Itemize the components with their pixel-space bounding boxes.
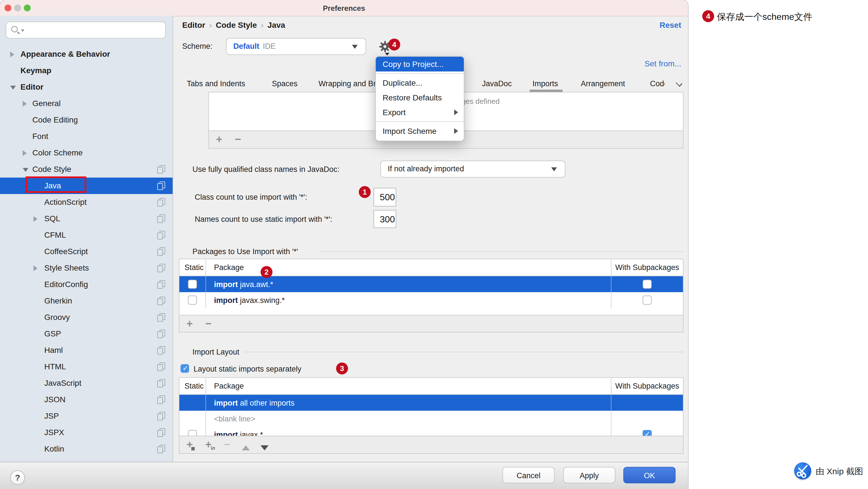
layout-static-imports-checkbox[interactable] [181,364,189,373]
more-tabs-chevron-icon[interactable] [676,80,683,85]
sidebar-item-editor[interactable]: Editor [0,78,173,95]
expand-triangle-icon[interactable] [33,216,37,222]
sidebar-item-json[interactable]: JSON [0,391,173,408]
toolbar-remove-disabled-icon[interactable]: − [221,436,233,453]
toolbar-add-blank-line-icon[interactable]: +\n [203,436,214,453]
window-title: Preferences [0,4,688,12]
sidebar-item-actionscript[interactable]: ActionScript [0,194,173,210]
help-button[interactable]: ? [10,470,25,485]
toolbar-add-package-icon[interactable]: + [184,436,195,453]
sidebar-item-haml[interactable]: Haml [0,342,173,358]
toolbar-add-icon[interactable]: + [213,131,225,148]
sidebar-item-label: HTML [44,362,66,371]
sidebar-item-groovy[interactable]: Groovy [0,309,173,325]
toolbar-remove-icon[interactable]: − [232,131,244,148]
sidebar-item-code-style[interactable]: Code Style [0,161,173,177]
names-count-input[interactable]: 300 [374,210,396,228]
fully-qualified-select[interactable]: If not already imported [380,161,565,177]
copy-scheme-icon[interactable] [157,231,165,239]
copy-scheme-icon[interactable] [157,198,165,206]
static-checkbox[interactable] [188,430,197,436]
with-subpackages-checkbox[interactable] [643,280,652,289]
copy-scheme-icon[interactable] [157,329,165,338]
copy-scheme-icon[interactable] [157,313,165,321]
menu-item-duplicate[interactable]: Duplicate... [376,75,464,90]
copy-scheme-icon[interactable] [157,395,165,403]
tab-spaces[interactable]: Spaces [272,79,298,88]
collapse-triangle-icon[interactable] [23,168,28,172]
sidebar-item-coffeescript[interactable]: CoffeeScript [0,243,173,260]
sidebar-item-appearance-behavior[interactable]: Appearance & Behavior [0,46,173,62]
copy-scheme-icon[interactable] [157,165,165,173]
sidebar-item-javascript[interactable]: JavaScript [0,375,173,391]
toolbar-add-icon[interactable]: + [184,316,195,332]
tab-javadoc[interactable]: JavaDoc [482,79,512,88]
sidebar-item-jspx[interactable]: JSPX [0,424,173,441]
with-subpackages-checkbox[interactable] [643,296,652,305]
menu-item-import-scheme[interactable]: Import Scheme [376,124,464,138]
collapse-triangle-icon[interactable] [10,86,16,89]
tab-code-generation[interactable]: Code Generation [650,79,665,88]
sidebar-item-font[interactable]: Font [0,128,173,144]
copy-scheme-icon[interactable] [157,346,165,354]
tab-imports[interactable]: Imports [532,79,558,88]
sidebar-item-sql[interactable]: SQL [0,210,173,227]
table-row[interactable]: import java.awt.* [179,276,683,292]
sidebar-item-html[interactable]: HTML [0,358,173,375]
menu-item-restore-defaults[interactable]: Restore Defaults [376,90,464,105]
table-row[interactable]: import javax.swing.* [179,292,683,308]
copy-scheme-icon[interactable] [157,214,165,223]
reset-link[interactable]: Reset [660,21,681,30]
copy-scheme-icon[interactable] [157,263,165,272]
menu-item-copy-to-project[interactable]: Copy to Project... [376,57,464,71]
sidebar-item-color-scheme[interactable]: Color Scheme [0,144,173,161]
sidebar-item-keymap[interactable]: Keymap [0,62,173,78]
static-checkbox[interactable] [188,296,197,305]
package-text: java.awt.* [238,280,273,289]
tab-tabs-and-indents[interactable]: Tabs and Indents [187,79,245,88]
import-layout-table-viewport: StaticPackageWith Subpackagesimport all … [179,377,683,436]
toolbar-remove-icon[interactable]: − [203,316,214,332]
expand-triangle-icon[interactable] [23,101,27,106]
copy-scheme-icon[interactable] [157,428,165,436]
expand-triangle-icon[interactable] [33,265,37,271]
annotation-note-text: 保存成一个scheme文件 [717,11,812,23]
sidebar-item-general[interactable]: General [0,95,173,111]
sidebar-item-gsp[interactable]: GSP [0,325,173,342]
copy-scheme-icon[interactable] [157,280,165,289]
set-from-link[interactable]: Set from... [645,59,681,68]
table-row[interactable]: import all other imports [179,395,683,411]
copy-scheme-icon[interactable] [157,362,165,371]
apply-button[interactable]: Apply [563,467,615,483]
ok-button[interactable]: OK [623,467,676,483]
breadcrumb-item-java[interactable]: Java [268,21,285,30]
expand-triangle-icon[interactable] [23,150,27,156]
table-row[interactable]: <blank line> [179,411,683,427]
sidebar-item-editorconfig[interactable]: EditorConfig [0,276,173,292]
sidebar-item-cfml[interactable]: CFML [0,227,173,243]
menu-item-export[interactable]: Export [376,105,464,120]
table-row[interactable]: import javax.* [179,427,683,436]
expand-triangle-icon[interactable] [10,51,14,57]
copy-scheme-icon[interactable] [157,379,165,387]
copy-scheme-icon[interactable] [157,181,165,190]
copy-scheme-icon[interactable] [157,247,165,256]
with-subpackages-checkbox[interactable] [643,430,652,436]
static-checkbox[interactable] [188,280,197,289]
sidebar-item-style-sheets[interactable]: Style Sheets [0,260,173,276]
scheme-select[interactable]: Default IDE [226,38,366,55]
breadcrumb-item-code-style[interactable]: Code Style [216,21,257,30]
copy-scheme-icon[interactable] [157,412,165,420]
sidebar-item-gherkin[interactable]: Gherkin [0,292,173,309]
toolbar-move-up-icon[interactable] [240,436,251,453]
sidebar-item-jsp[interactable]: JSP [0,408,173,424]
sidebar-item-kotlin[interactable]: Kotlin [0,441,173,457]
class-count-input[interactable]: 500 [374,188,396,206]
tab-arrangement[interactable]: Arrangement [581,79,625,88]
copy-scheme-icon[interactable] [157,445,165,453]
sidebar-item-code-editing[interactable]: Code Editing [0,111,173,128]
cancel-button[interactable]: Cancel [502,467,555,483]
toolbar-move-down-icon[interactable] [259,436,270,453]
copy-scheme-icon[interactable] [157,296,165,305]
breadcrumb-item-editor[interactable]: Editor [182,21,205,30]
